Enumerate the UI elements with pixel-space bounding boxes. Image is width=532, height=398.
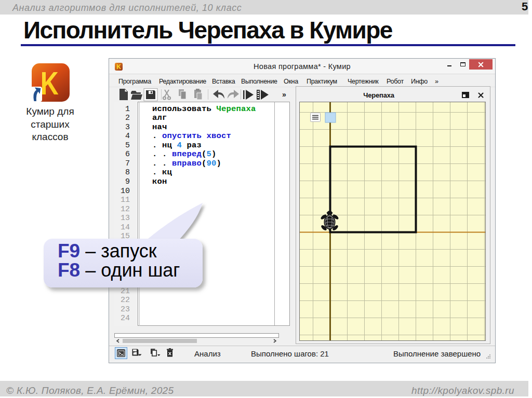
svg-text:K: K: [41, 65, 59, 102]
